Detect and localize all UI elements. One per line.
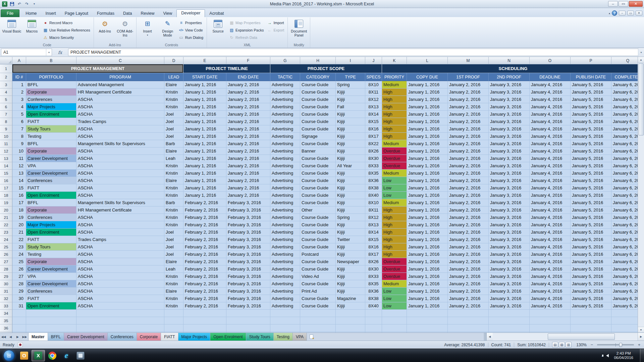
cell-C26[interactable]: ASCHA [76,251,164,258]
cell-N22[interactable]: January 3, 2016 [489,221,530,229]
cell-H16[interactable]: Course Guide [300,177,336,184]
properties-button[interactable]: ≡ Properties [178,19,205,26]
cell-L33[interactable]: January 1, 2016 [407,302,448,310]
workbook-minimize-button[interactable]: – [619,11,626,15]
cell-P25[interactable]: January 5, 2016 [571,243,611,251]
cell-D13[interactable]: Leah [164,155,183,162]
cell-K4[interactable]: High [382,88,407,96]
band-header-scheduling[interactable]: SCHEDULING [382,64,638,73]
cell-Q5[interactable]: January 6, 2016 [611,96,638,103]
import-button[interactable]: → Import [266,19,286,26]
cell-B22[interactable]: Major Projects [26,221,76,229]
cell-A36[interactable] [12,324,26,332]
macro-record-button[interactable] [18,342,23,347]
cell-C14[interactable]: ASCHA [76,162,164,170]
cell-L31[interactable]: January 1, 2016 [407,288,448,295]
cell-K20[interactable]: High [382,206,407,214]
cell-I3[interactable]: Spring [336,81,365,88]
cell-A28[interactable]: 26 [12,265,26,273]
cell-E14[interactable]: January 1, 2016 [183,162,226,170]
cell-I35[interactable] [336,317,365,324]
column-header-A[interactable]: A [12,57,26,64]
column-header-I[interactable]: I [336,57,365,64]
cell-F10[interactable]: January 2, 2016 [226,133,270,140]
cell-K17[interactable]: Low [382,184,407,192]
column-header-L[interactable]: L [407,57,448,64]
cell-N13[interactable]: January 3, 2016 [489,155,530,162]
cell-Q31[interactable]: January 6, 2016 [611,288,638,295]
cell-N5[interactable]: January 3, 2016 [489,96,530,103]
cell-B6[interactable]: Major Projects [26,103,76,111]
cell-A25[interactable]: 23 [12,243,26,251]
cell-B28[interactable]: Career Development [26,265,76,273]
cell-M27[interactable]: January 2, 2016 [448,258,489,265]
cell-K6[interactable]: High [382,103,407,111]
cell-F27[interactable]: February 3, 2016 [226,258,270,265]
cell-P35[interactable] [571,317,611,324]
column-title-copy-due[interactable]: COPY DUE [407,73,448,81]
cell-E23[interactable]: February 2, 2016 [183,229,226,236]
column-title-specs[interactable]: SPECS [365,73,382,81]
cell-B8[interactable]: FIATT [26,118,76,125]
cell-M29[interactable]: January 2, 2016 [448,273,489,280]
cell-B29[interactable]: VPA [26,273,76,280]
sheet-tab-conferences[interactable]: Conferences [108,333,137,341]
column-title-category[interactable]: CATEGORY [300,73,336,81]
cell-N12[interactable]: January 3, 2016 [489,147,530,155]
column-header-H[interactable]: H [300,57,336,64]
cell-M19[interactable]: January 2, 2016 [448,199,489,206]
cell-A5[interactable]: 3 [12,96,26,103]
cell-H13[interactable]: Course Guide [300,155,336,162]
cell-K24[interactable]: High [382,236,407,243]
cell-E6[interactable]: January 1, 2016 [183,103,226,111]
cell-E4[interactable]: January 1, 2016 [183,88,226,96]
cell-O23[interactable]: January 4, 2016 [530,229,571,236]
sheet-tab-major-projects[interactable]: Major Projects [178,333,211,341]
cell-N3[interactable]: January 3, 2016 [489,81,530,88]
cell-F6[interactable]: January 2, 2016 [226,103,270,111]
cell-I36[interactable] [336,324,365,332]
insert-control-button[interactable]: ⊞ Insert ▾ [138,18,157,43]
view-code-button[interactable]: </> View Code [178,26,205,34]
cell-P3[interactable]: January 5, 2016 [571,81,611,88]
cell-I14[interactable]: All Year [336,162,365,170]
cell-E15[interactable]: January 1, 2016 [183,170,226,177]
excel-logo-icon[interactable]: X [2,1,8,7]
use-relative-references-button[interactable]: ▦ Use Relative References [42,26,92,34]
cell-K26[interactable]: High [382,251,407,258]
cell-B12[interactable]: Corporate [26,147,76,155]
cell-N32[interactable]: January 3, 2016 [489,295,530,302]
cell-L16[interactable]: January 1, 2016 [407,177,448,184]
row-header-2[interactable]: 2 [0,73,12,81]
cell-F21[interactable]: February 3, 2016 [226,214,270,221]
cell-B31[interactable]: Conferences [26,288,76,295]
taskbar-app-button[interactable] [74,350,87,361]
row-header-5[interactable]: 5 [0,96,12,103]
scroll-left-icon[interactable]: ◀ [486,333,493,341]
export-button[interactable]: ← Export [266,26,286,34]
cell-M7[interactable]: January 2, 2016 [448,111,489,118]
cell-H11[interactable]: Course Guide [300,140,336,147]
row-header-14[interactable]: 14 [0,162,12,170]
cell-A6[interactable]: 4 [12,103,26,111]
cell-L13[interactable]: January 1, 2016 [407,155,448,162]
scroll-right-icon[interactable]: ▶ [638,333,644,341]
cell-N4[interactable]: January 3, 2016 [489,88,530,96]
cell-G26[interactable]: Advertising [270,251,300,258]
row-header-28[interactable]: 28 [0,265,12,273]
row-header-25[interactable]: 25 [0,243,12,251]
cell-O12[interactable]: January 4, 2016 [530,147,571,155]
cell-E26[interactable]: February 2, 2016 [183,251,226,258]
ribbon-tab-page-layout[interactable]: Page Layout [60,10,93,17]
cell-K34[interactable] [382,310,407,317]
cell-A24[interactable]: 22 [12,236,26,243]
cell-L15[interactable]: January 1, 2016 [407,170,448,177]
taskbar-outlook-button[interactable]: O [17,350,31,361]
cell-A22[interactable]: 20 [12,221,26,229]
row-header-8[interactable]: 8 [0,118,12,125]
cell-C32[interactable]: ASCHA [76,295,164,302]
cell-M23[interactable]: January 2, 2016 [448,229,489,236]
cell-I22[interactable]: Kijiji [336,221,365,229]
cell-H3[interactable]: Course Guide [300,81,336,88]
zoom-in-button[interactable]: + [637,342,641,347]
